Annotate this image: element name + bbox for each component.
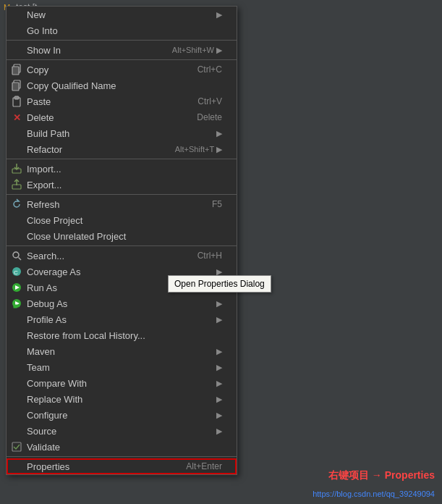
menu-arrow-team: ▶ [216, 363, 222, 372]
svg-rect-3 [12, 67, 19, 75]
export-icon [11, 179, 22, 190]
svg-rect-7 [14, 96, 19, 99]
menu-separator [7, 59, 237, 60]
menu-item-label-new: New [27, 9, 46, 20]
menu-item-paste[interactable]: PasteCtrl+V [7, 93, 237, 109]
menu-arrow-configure: ▶ [216, 411, 222, 420]
menu-shortcut-paste: Ctrl+V [197, 96, 222, 106]
menu-item-new[interactable]: New▶ [7, 7, 237, 22]
menu-item-delete[interactable]: ✕DeleteDelete [7, 109, 237, 125]
copy-icon [11, 64, 22, 75]
svg-rect-21 [12, 442, 21, 451]
menu-item-show-in[interactable]: Show InAlt+Shift+W ▶ [7, 42, 237, 58]
menu-item-label-show-in: Show In [27, 45, 61, 56]
svg-line-13 [19, 258, 22, 261]
menu-item-label-maven: Maven [27, 346, 55, 357]
menu-item-replace-with[interactable]: Replace With▶ [7, 391, 237, 407]
menu-shortcut-refresh: F5 [212, 199, 222, 209]
menu-item-label-team: Team [27, 362, 50, 373]
menu-item-import[interactable]: Import... [7, 161, 237, 177]
run-icon [11, 282, 22, 293]
menu-separator [7, 40, 237, 41]
menu-item-label-search: Search... [27, 251, 64, 261]
svg-rect-20 [14, 305, 17, 308]
menu-shortcut-delete: Delete [197, 112, 222, 122]
menu-item-compare-with[interactable]: Compare With▶ [7, 375, 237, 391]
menu-item-label-refactor: Refactor [27, 144, 62, 155]
menu-separator [7, 194, 237, 195]
copy-icon [11, 80, 22, 91]
menu-arrow-build-path: ▶ [216, 129, 222, 138]
menu-item-label-paste: Paste [27, 96, 51, 107]
menu-item-label-replace-with: Replace With [27, 394, 82, 405]
menu-item-build-path[interactable]: Build Path▶ [7, 125, 237, 141]
submenu-tooltip: Open Properties Dialog [168, 275, 271, 293]
menu-item-search[interactable]: Search...Ctrl+H [7, 248, 237, 264]
menu-item-label-copy: Copy [27, 64, 48, 75]
menu-item-label-close-project: Close Project [27, 215, 82, 226]
submenu-tooltip-label: Open Properties Dialog [174, 279, 265, 289]
menu-separator [7, 245, 237, 246]
menu-item-refactor[interactable]: RefactorAlt+Shift+T ▶ [7, 141, 237, 157]
menu-arrow-compare-with: ▶ [216, 379, 222, 388]
menu-item-copy-qualified[interactable]: Copy Qualified Name [7, 77, 237, 93]
menu-item-label-compare-with: Compare With [27, 378, 87, 389]
menu-arrow-profile-as: ▶ [216, 315, 222, 324]
menu-item-label-go-into: Go Into [27, 25, 58, 36]
menu-item-team[interactable]: Team▶ [7, 359, 237, 375]
menu-item-label-coverage-as: Coverage As [27, 266, 80, 277]
menu-item-copy[interactable]: CopyCtrl+C [7, 62, 237, 77]
menu-item-validate[interactable]: Validate [7, 439, 237, 455]
menu-item-label-run-as: Run As [27, 282, 57, 293]
menu-arrow-source: ▶ [216, 427, 222, 436]
menu-item-restore-history[interactable]: Restore from Local History... [7, 327, 237, 343]
menu-item-label-configure: Configure [27, 410, 67, 421]
menu-item-configure[interactable]: Configure▶ [7, 407, 237, 423]
menu-arrow-new: ▶ [216, 10, 222, 20]
menu-item-profile-as[interactable]: Profile As▶ [7, 311, 237, 327]
debug-icon [11, 298, 22, 309]
svg-point-12 [13, 252, 19, 258]
menu-item-properties[interactable]: PropertiesAlt+Enter [7, 458, 237, 474]
menu-shortcut-copy: Ctrl+C [197, 64, 222, 75]
validate-icon [11, 441, 22, 453]
menu-item-source[interactable]: Source▶ [7, 423, 237, 439]
context-menu: New▶Go IntoShow InAlt+Shift+W ▶CopyCtrl+… [6, 6, 237, 475]
menu-shortcut-search: Ctrl+H [197, 251, 222, 261]
menu-item-label-debug-as: Debug As [27, 298, 67, 309]
delete-icon: ✕ [11, 112, 22, 123]
menu-item-label-properties: Properties [27, 461, 69, 472]
menu-item-label-profile-as: Profile As [27, 314, 67, 325]
menu-item-label-export: Export... [27, 180, 61, 190]
coverage-icon: C [11, 266, 22, 277]
menu-separator [7, 456, 237, 457]
menu-item-refresh[interactable]: RefreshF5 [7, 196, 237, 212]
menu-item-label-validate: Validate [27, 442, 60, 453]
menu-separator [7, 159, 237, 159]
menu-item-label-restore-history: Restore from Local History... [27, 330, 145, 341]
menu-arrow-show-in: Alt+Shift+W ▶ [172, 46, 222, 55]
menu-item-debug-as[interactable]: Debug As▶ [7, 295, 237, 311]
svg-rect-5 [12, 83, 19, 91]
menu-arrow-replace-with: ▶ [216, 395, 222, 404]
menu-item-label-import: Import... [27, 164, 61, 175]
menu-arrow-debug-as: ▶ [216, 299, 222, 308]
menu-item-close-unrelated[interactable]: Close Unrelated Project [7, 228, 237, 244]
menu-item-close-project[interactable]: Close Project [7, 212, 237, 228]
menu-item-label-copy-qualified: Copy Qualified Name [27, 80, 116, 91]
menu-arrow-maven: ▶ [216, 347, 222, 356]
refresh-icon [11, 198, 22, 210]
menu-item-label-build-path: Build Path [27, 128, 69, 139]
annotation-url: https://blog.csdn.net/qq_39249094 [313, 490, 435, 498]
menu-item-go-into[interactable]: Go Into [7, 22, 237, 38]
menu-item-label-refresh: Refresh [27, 199, 60, 210]
menu-shortcut-properties: Alt+Enter [186, 461, 222, 471]
menu-item-export[interactable]: Export... [7, 177, 237, 193]
menu-item-maven[interactable]: Maven▶ [7, 343, 237, 359]
import-icon [11, 163, 22, 175]
menu-item-label-source: Source [27, 426, 56, 437]
menu-item-label-close-unrelated: Close Unrelated Project [27, 231, 126, 242]
paste-icon [11, 96, 22, 107]
search-icon [11, 250, 22, 261]
menu-arrow-refactor: Alt+Shift+T ▶ [175, 145, 222, 154]
